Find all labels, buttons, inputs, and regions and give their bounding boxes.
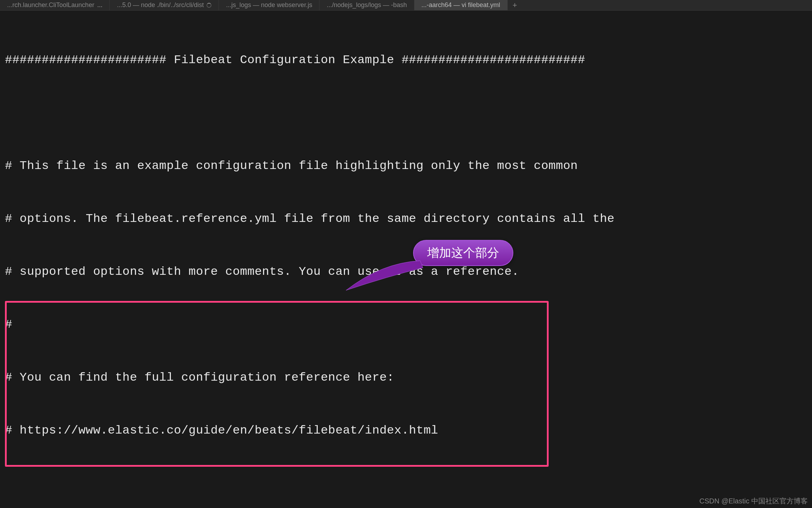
tab-cli-launcher[interactable]: ...rch.launcher.CliToolLauncher ...: [0, 0, 110, 10]
watermark: CSDN @Elastic 中国社区官方博客: [699, 496, 808, 506]
code-line: [5, 474, 807, 492]
tab-bash-logs[interactable]: .../nodejs_logs/logs — -bash: [320, 0, 414, 10]
tab-ellipsis: ...: [97, 1, 102, 9]
code-line: # options. The filebeat.reference.yml fi…: [5, 210, 807, 228]
code-line: ###################### Filebeat Configur…: [5, 52, 807, 69]
tab-label: ...5.0 — node ./bin/../src/cli/dist: [117, 1, 204, 9]
tab-label: ...-aarch64 — vi filebeat.yml: [422, 1, 500, 9]
code-line: # This file is an example configuration …: [5, 157, 807, 175]
tab-label: .../nodejs_logs/logs — -bash: [327, 1, 407, 9]
code-line: # https://www.elastic.co/guide/en/beats/…: [5, 422, 807, 440]
annotation-bubble: 增加这个部分: [413, 240, 513, 266]
tab-vi-filebeat[interactable]: ...-aarch64 — vi filebeat.yml: [414, 0, 508, 10]
code-line: #: [5, 316, 807, 334]
tab-bar: ...rch.launcher.CliToolLauncher ... ...5…: [0, 0, 812, 11]
tab-node-dist[interactable]: ...5.0 — node ./bin/../src/cli/dist: [110, 0, 219, 10]
tab-label: ...js_logs — node webserver.js: [226, 1, 312, 9]
tab-webserver[interactable]: ...js_logs — node webserver.js: [219, 0, 320, 10]
loading-spinner-icon: [207, 3, 211, 8]
new-tab-button[interactable]: +: [508, 0, 522, 11]
code-line: # You can find the full configuration re…: [5, 369, 807, 387]
code-line: [5, 104, 807, 122]
tab-label: ...rch.launcher.CliToolLauncher: [7, 1, 94, 9]
annotation-text: 增加这个部分: [427, 246, 499, 259]
annotation-tail-icon: [342, 259, 424, 295]
